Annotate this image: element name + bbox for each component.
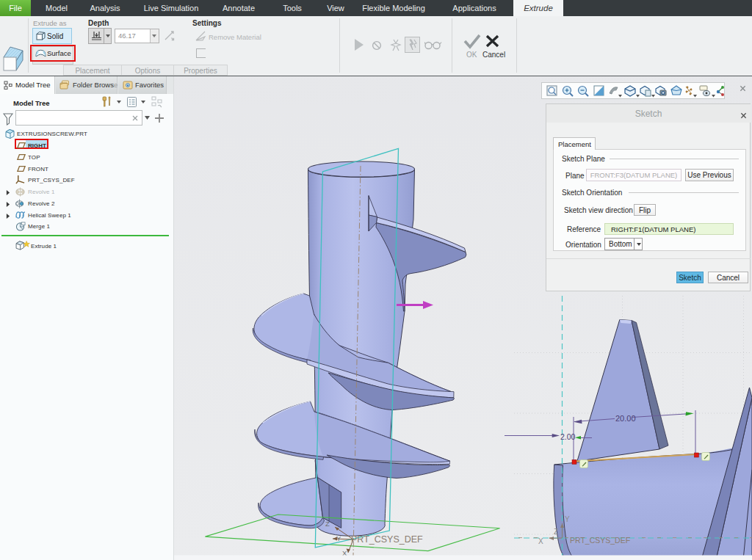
svg-text:PRT_CSYS_DEF: PRT_CSYS_DEF [570, 536, 630, 545]
svg-text:PRT_CSYS_DEF: PRT_CSYS_DEF [351, 534, 423, 545]
svg-text:20.00: 20.00 [615, 414, 636, 423]
svg-text:Y: Y [336, 534, 341, 542]
svg-text:X: X [538, 537, 543, 545]
svg-text:Z: Z [325, 520, 330, 528]
svg-text:2.00: 2.00 [560, 432, 576, 441]
svg-text:Y: Y [565, 515, 570, 523]
svg-text:Z: Z [554, 528, 558, 536]
